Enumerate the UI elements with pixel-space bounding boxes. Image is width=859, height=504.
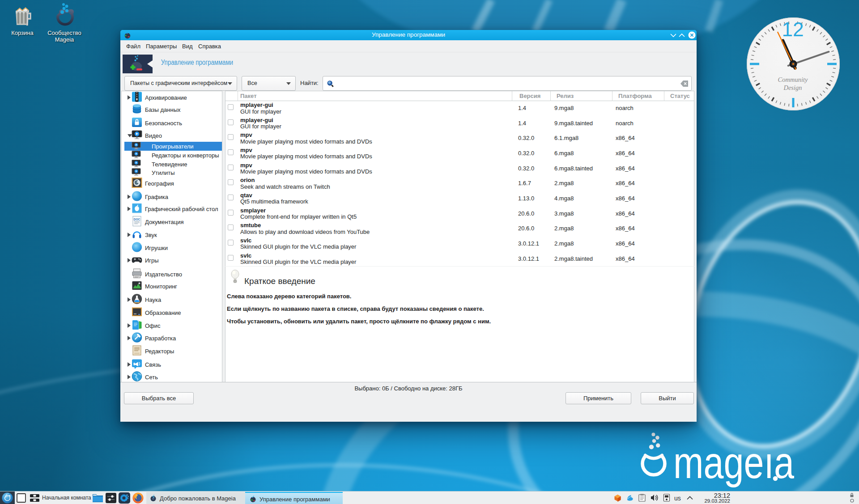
svg-text:Community: Community bbox=[778, 76, 808, 83]
svg-text:Design: Design bbox=[783, 84, 802, 91]
svg-text:DOC: DOC bbox=[134, 218, 140, 221]
svg-text:12: 12 bbox=[782, 18, 804, 40]
